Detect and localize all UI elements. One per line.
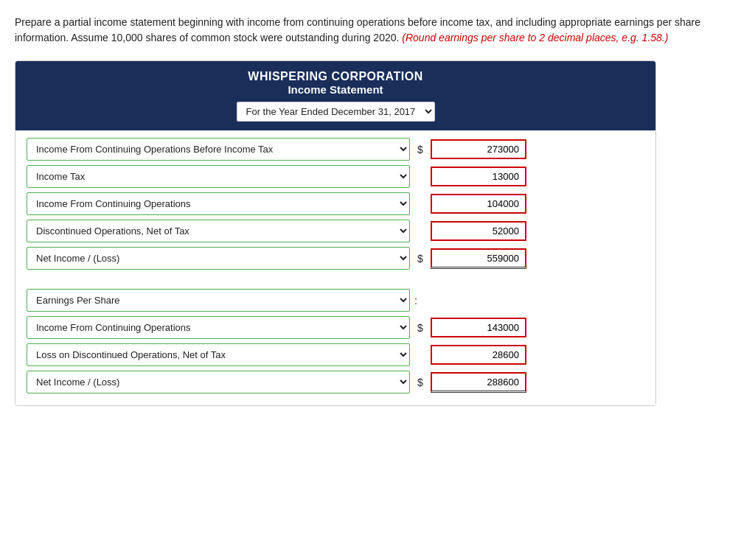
year-select[interactable]: For the Year Ended December 31, 2017 — [237, 102, 435, 122]
table-row: Income From Continuing Operations — [27, 192, 644, 215]
row4-select[interactable]: Discontinued Operations, Net of Tax — [27, 220, 410, 242]
eps-row3-select[interactable]: Net Income / (Loss) — [27, 371, 410, 393]
row4-value[interactable] — [431, 221, 526, 241]
dollar-sign-eps1: $ — [417, 322, 426, 334]
stmt-name: Income Statement — [30, 83, 641, 96]
dollar-sign-2 — [417, 171, 426, 183]
colon-separator: : — [414, 295, 417, 307]
eps-row1-select[interactable]: Income From Continuing Operations — [27, 316, 410, 339]
income-statement-card: WHISPERING CORPORATION Income Statement … — [15, 60, 656, 406]
intro-paragraph: Prepare a partial income statement begin… — [15, 15, 740, 46]
row1-select[interactable]: Income From Continuing Operations Before… — [27, 138, 410, 161]
eps-row3-value[interactable] — [431, 372, 526, 393]
dollar-sign-3 — [417, 198, 426, 210]
table-row: Income Tax — [27, 165, 644, 188]
table-row: Income From Continuing Operations Before… — [27, 138, 644, 161]
table-row: Discontinued Operations, Net of Tax — [27, 220, 644, 242]
eps-row1-value[interactable] — [431, 318, 526, 337]
table-body: Income From Continuing Operations Before… — [15, 130, 655, 405]
corp-name: WHISPERING CORPORATION — [30, 70, 641, 83]
eps-row2-select[interactable]: Loss on Discontinued Operations, Net of … — [27, 343, 410, 366]
row3-select[interactable]: Income From Continuing Operations — [27, 192, 410, 215]
dollar-sign-1: $ — [417, 144, 426, 155]
dollar-sign-eps2 — [417, 349, 426, 361]
row3-value[interactable] — [431, 194, 526, 214]
table-row: Earnings Per Share : — [27, 289, 644, 312]
table-row: Net Income / (Loss) $ — [27, 371, 644, 393]
dollar-sign-eps3: $ — [417, 377, 426, 388]
eps-header-select[interactable]: Earnings Per Share — [27, 289, 410, 312]
card-header: WHISPERING CORPORATION Income Statement … — [15, 61, 655, 130]
row2-value[interactable] — [431, 167, 526, 186]
eps-row2-value[interactable] — [431, 345, 526, 365]
row5-value[interactable] — [431, 248, 526, 269]
table-row: Loss on Discontinued Operations, Net of … — [27, 343, 644, 366]
dollar-sign-5: $ — [417, 253, 426, 265]
row1-value[interactable] — [431, 139, 526, 159]
intro-italic-text: (Round earnings per share to 2 decimal p… — [402, 32, 668, 43]
dollar-sign-4 — [417, 225, 426, 237]
table-row: Income From Continuing Operations $ — [27, 316, 644, 339]
row5-select[interactable]: Net Income / (Loss) — [27, 247, 410, 270]
year-row: For the Year Ended December 31, 2017 — [30, 102, 641, 122]
table-row: Net Income / (Loss) $ — [27, 247, 644, 270]
row2-select[interactable]: Income Tax — [27, 165, 410, 188]
